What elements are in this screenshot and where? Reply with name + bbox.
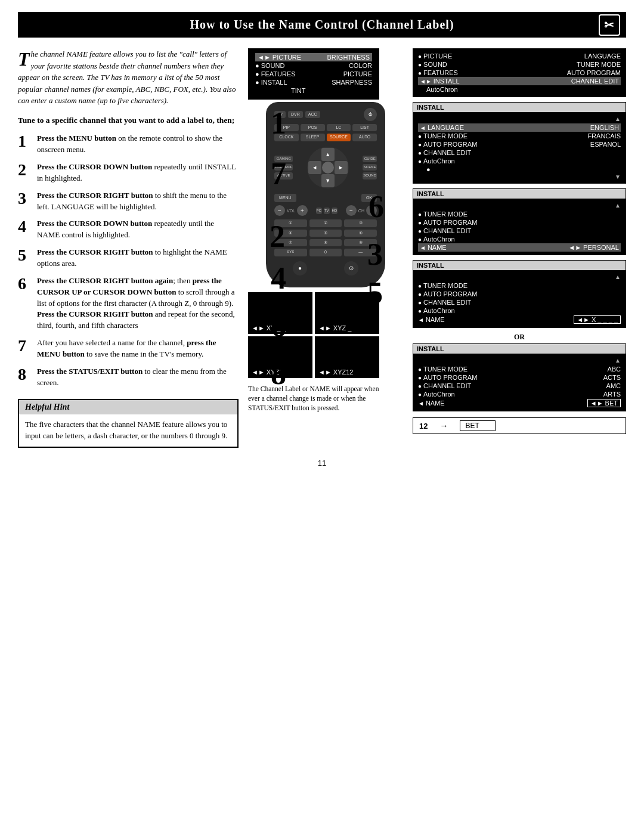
page-number: 11 [18,459,626,467]
dvr-btn[interactable]: DVR [288,111,303,118]
num-5[interactable]: ⑤ [309,230,342,237]
dash-btn[interactable]: — [344,249,377,256]
dpad-left[interactable]: ◄ [308,161,321,174]
intro-text: he channel NAME feature allows you to li… [18,49,236,105]
pc-tv-hd-btns: PC TV HD [316,208,338,214]
scene-btn[interactable]: SCENE [363,164,377,171]
step-8: 8 Press the STATUS/EXIT button to clear … [18,366,239,389]
pip-btn[interactable]: PIP [274,124,299,131]
or-divider: OR [413,333,626,342]
num-1[interactable]: ① [274,219,307,227]
num-3[interactable]: ③ [344,219,377,227]
mrow-channeledit: ● CHANNEL EDIT [418,148,621,157]
vol-down-btn[interactable]: − [274,205,285,216]
sleep-btn[interactable]: SLEEP [301,134,325,141]
name-panel-xy: ◄► XY _ _ [248,292,312,334]
ch-down-btn[interactable]: − [346,205,357,216]
hint-body: The five characters that the channel NAM… [19,414,237,447]
menu-box-3: INSTALL ▲ ◄ LANGUAGE ENGLISH ● TUNER MOD… [413,102,626,184]
main-content: The channel NAME feature allows you to l… [18,48,626,448]
dpad-center[interactable] [322,162,334,174]
step-text-8: Press the STATUS/EXIT button to clear th… [37,366,239,389]
clock-row: CLOCK SLEEP SOURCE AUTO [274,134,377,141]
step-3: 3 Press the CURSOR RIGHT button to shift… [18,190,239,213]
name-panel-xy-label: ◄► XY _ _ [252,324,309,332]
mrow-name4: ◄ NAME ◄► PERSONAL [418,243,621,252]
menu-box-2-body: ● PICTURE LANGUAGE ● SOUND TUNER MODE ● … [413,49,626,97]
page-header: How to Use the Name Control (Channel Lab… [18,12,626,38]
step-4: 4 Press the CURSOR DOWN button repeatedl… [18,218,239,241]
active-btn[interactable]: ACTIVE [274,172,293,179]
name-panel-xyz: ◄► XYZ _ [315,292,379,334]
step-num-4: 4 [18,218,31,235]
mrow-autoprog4: ● AUTO PROGRAM [418,218,621,227]
mrow-language: ◄ LANGUAGE ENGLISH [418,123,621,132]
power-btn[interactable]: ⏻ [364,108,377,121]
auto-btn[interactable]: AUTO [352,134,377,141]
name-panel-xyz-label: ◄► XYZ _ [318,324,376,332]
status-btn[interactable]: ● [293,261,307,275]
control-btn[interactable]: CONTROL [274,164,293,171]
mrow-autochron2: ● AutoChron [418,157,621,165]
step-num-2: 2 [18,162,31,178]
channel-number: 12 [419,422,428,431]
remote-top: TV DVR ACC ⏻ [274,108,377,121]
acc-btn[interactable]: ACC [305,111,320,118]
step-7: 7 After you have selected a name for the… [18,337,239,360]
prog-list-btn[interactable]: LIST [352,124,377,131]
sound-btn[interactable]: SOUND [363,172,377,179]
exit-btn[interactable]: ⊙ [344,261,358,275]
vol-up-btn[interactable]: + [297,205,308,216]
mrow-tunermode: ● TUNER MODE FRANCAIS [418,132,621,140]
ok-btn[interactable]: OK [361,194,377,202]
menu-box-4-body: ▲ ● TUNER MODE ● AUTO PROGRAM ● CHANNEL … [413,199,626,255]
step-num-7: 7 [18,337,31,354]
menu-box-2: ● PICTURE LANGUAGE ● SOUND TUNER MODE ● … [413,48,626,97]
step-text-5: Press the CURSOR RIGHT button to highlig… [37,247,239,270]
num-2[interactable]: ② [309,219,342,227]
ch-up-btn[interactable]: + [366,205,377,216]
clock-btn[interactable]: CLOCK [274,134,299,141]
num-8[interactable]: ⑧ [309,239,342,246]
dpad: ▲ ▼ ◄ ► [307,147,349,188]
num-6[interactable]: ⑥ [344,230,377,237]
mrow-autochron: AutoChron [418,85,621,94]
mrow-name5: ◄ NAME ◄► X _ _ _ _ [418,315,621,324]
position-btn[interactable]: POS [301,124,325,131]
hd-btn[interactable]: HD [332,208,338,214]
step-2: 2 Press the CURSOR DOWN button repeatedl… [18,162,239,184]
ch-controls: − CH + [346,205,377,216]
mrow-autoprog6: ● AUTO PROGRAM ACTS [418,373,621,382]
mrow-tunermode6: ● TUNER MODE ABC [418,365,621,373]
menu-box-5-body: ▲ ● TUNER MODE ● AUTO PROGRAM ● CHANNEL … [413,271,626,327]
mrow-autochron4: ● AutoChron [418,235,621,243]
mrow-picture: ● PICTURE LANGUAGE [418,52,621,60]
mrow-name6: ◄ NAME ◄► BET [418,398,621,408]
mrow-install: ◄► INSTALL CHANNEL EDIT [418,77,621,85]
dpad-right[interactable]: ► [335,161,348,174]
dpad-down[interactable]: ▼ [321,174,335,187]
source-btn[interactable]: SOURCE [327,134,351,141]
num-0[interactable]: 0 [309,249,342,256]
mrow-channeledit5: ● CHANNEL EDIT [418,298,621,306]
pc-btn[interactable]: PC [316,208,322,214]
tv-mode-btn[interactable]: TV [324,208,330,214]
step-6: 6 Press the CURSOR RIGHT button again; t… [18,275,239,332]
scroll-up-6: ▲ [418,357,621,365]
num-9[interactable]: ⑨ [344,239,377,246]
numpad: ① ② ③ ④ ⑤ ⑥ ⑦ ⑧ ⑨ SYS 0 — [274,219,377,256]
menu-box-6: INSTALL ▲ ● TUNER MODE ABC ● AUTO PROGRA… [413,343,626,411]
num-7[interactable]: ⑦ [274,239,307,246]
num-4[interactable]: ④ [274,230,307,237]
menu-box-4-title: INSTALL [413,189,626,199]
lc-btn[interactable]: LC [327,124,351,131]
step-text-1: Press the MENU button on the remote cont… [37,133,239,156]
gaming-btn[interactable]: GAMING [274,156,293,162]
step-5: 5 Press the CURSOR RIGHT button to highl… [18,247,239,270]
dpad-up[interactable]: ▲ [321,148,335,161]
tv-btn[interactable]: TV [274,111,286,118]
guide-btn[interactable]: GUIDE [363,156,377,162]
vol-ch-row: − VOL + PC TV HD − CH + [274,205,377,216]
menu-btn[interactable]: MENU [274,194,296,202]
sys-btn[interactable]: SYS [274,249,307,256]
